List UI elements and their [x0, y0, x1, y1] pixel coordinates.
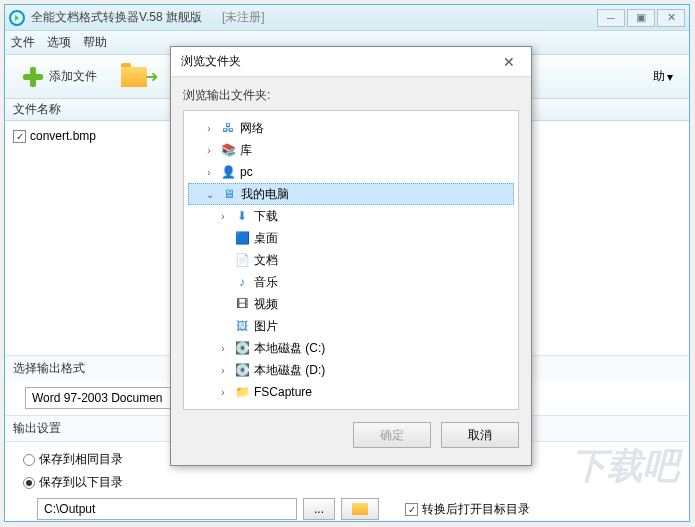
tree-label: 本地磁盘 (C:): [254, 340, 325, 357]
tree-label: 本地磁盘 (D:): [254, 362, 325, 379]
expand-icon[interactable]: ›: [216, 365, 230, 376]
menu-option[interactable]: 选项: [47, 34, 71, 51]
window-title: 全能文档格式转换器V.58 旗舰版: [31, 9, 202, 26]
tree-label: 视频: [254, 296, 278, 313]
tree-item[interactable]: 🖼图片: [188, 315, 514, 337]
browse-folder-dialog: 浏览文件夹 ✕ 浏览输出文件夹: ›🖧网络›📚库›👤pc⌄🖥我的电脑›⬇下载🟦桌…: [170, 46, 532, 466]
expand-icon[interactable]: ›: [216, 387, 230, 398]
tree-label: 下载: [254, 208, 278, 225]
tree-item[interactable]: ›💽本地磁盘 (C:): [188, 337, 514, 359]
expand-icon[interactable]: ›: [202, 167, 216, 178]
tree-item[interactable]: ›⬇下载: [188, 205, 514, 227]
chevron-down-icon: ▾: [667, 70, 673, 84]
tree-item[interactable]: ›📚库: [188, 139, 514, 161]
tree-label: 文档: [254, 252, 278, 269]
tree-item[interactable]: 🎞视频: [188, 293, 514, 315]
expand-icon[interactable]: ›: [202, 145, 216, 156]
tree-item[interactable]: ⌄🖥我的电脑: [188, 183, 514, 205]
open-folder-button[interactable]: [341, 498, 379, 520]
tree-item[interactable]: ›📁FSCapture: [188, 381, 514, 403]
output-path-input[interactable]: C:\Output: [37, 498, 297, 520]
vid-icon: 🎞: [234, 297, 250, 311]
pc-icon: 👤: [220, 165, 236, 179]
dialog-title: 浏览文件夹: [181, 53, 241, 70]
menu-file[interactable]: 文件: [11, 34, 35, 51]
lib-icon: 📚: [220, 143, 236, 157]
expand-icon[interactable]: ›: [216, 211, 230, 222]
checkbox-icon: ✓: [405, 503, 418, 516]
help-dropdown[interactable]: 助 ▾: [645, 64, 681, 89]
ok-button[interactable]: 确定: [353, 422, 431, 448]
checkbox[interactable]: ✓: [13, 130, 26, 143]
app-logo-icon: [9, 10, 25, 26]
register-status: [未注册]: [222, 9, 265, 26]
maximize-button[interactable]: ▣: [627, 9, 655, 27]
dialog-label: 浏览输出文件夹:: [171, 77, 531, 110]
tree-label: FSCapture: [254, 385, 312, 399]
folder-tree[interactable]: ›🖧网络›📚库›👤pc⌄🖥我的电脑›⬇下载🟦桌面📄文档♪音乐🎞视频🖼图片›💽本地…: [183, 110, 519, 410]
tree-item[interactable]: ›🖧网络: [188, 117, 514, 139]
file-name: convert.bmp: [30, 129, 96, 143]
tree-label: 音乐: [254, 274, 278, 291]
drv-icon: 💽: [234, 363, 250, 377]
tree-label: pc: [240, 165, 253, 179]
browse-button[interactable]: ...: [303, 498, 335, 520]
radio-icon-selected: [23, 477, 35, 489]
fld-icon: 📁: [234, 385, 250, 399]
pic-icon: 🖼: [234, 319, 250, 333]
titlebar: 全能文档格式转换器V.58 旗舰版 [未注册] ─ ▣ ✕: [5, 5, 689, 31]
folder-icon: [352, 503, 368, 515]
radio-below-dir[interactable]: 保存到以下目录: [17, 471, 677, 494]
minimize-button[interactable]: ─: [597, 9, 625, 27]
tree-label: 桌面: [254, 230, 278, 247]
cancel-button[interactable]: 取消: [441, 422, 519, 448]
radio-icon: [23, 454, 35, 466]
tree-item[interactable]: ›👤pc: [188, 161, 514, 183]
folder-icon: [121, 67, 147, 87]
desk-icon: 🟦: [234, 231, 250, 245]
dialog-titlebar: 浏览文件夹 ✕: [171, 47, 531, 77]
expand-icon[interactable]: ›: [216, 343, 230, 354]
tree-item[interactable]: 📄文档: [188, 249, 514, 271]
mon-icon: 🖥: [221, 187, 237, 201]
expand-icon[interactable]: ›: [202, 123, 216, 134]
dl-icon: ⬇: [234, 209, 250, 223]
menu-help[interactable]: 帮助: [83, 34, 107, 51]
tree-item[interactable]: ♪音乐: [188, 271, 514, 293]
tree-label: 图片: [254, 318, 278, 335]
tree-label: 我的电脑: [241, 186, 289, 203]
dialog-close-button[interactable]: ✕: [497, 54, 521, 70]
tree-label: 网络: [240, 120, 264, 137]
open-after-checkbox[interactable]: ✓ 转换后打开目标目录: [405, 501, 530, 518]
doc-icon: 📄: [234, 253, 250, 267]
add-file-button[interactable]: 添加文件: [13, 61, 105, 93]
drv-icon: 💽: [234, 341, 250, 355]
tree-item[interactable]: 🟦桌面: [188, 227, 514, 249]
tree-label: 库: [240, 142, 252, 159]
tree-item[interactable]: ›💽本地磁盘 (D:): [188, 359, 514, 381]
plus-icon: [21, 65, 45, 89]
net-icon: 🖧: [220, 121, 236, 135]
expand-icon[interactable]: ⌄: [203, 189, 217, 200]
mus-icon: ♪: [234, 275, 250, 289]
close-button[interactable]: ✕: [657, 9, 685, 27]
col-filename[interactable]: 文件名称: [13, 101, 61, 118]
add-folder-button[interactable]: ➜: [113, 63, 166, 91]
